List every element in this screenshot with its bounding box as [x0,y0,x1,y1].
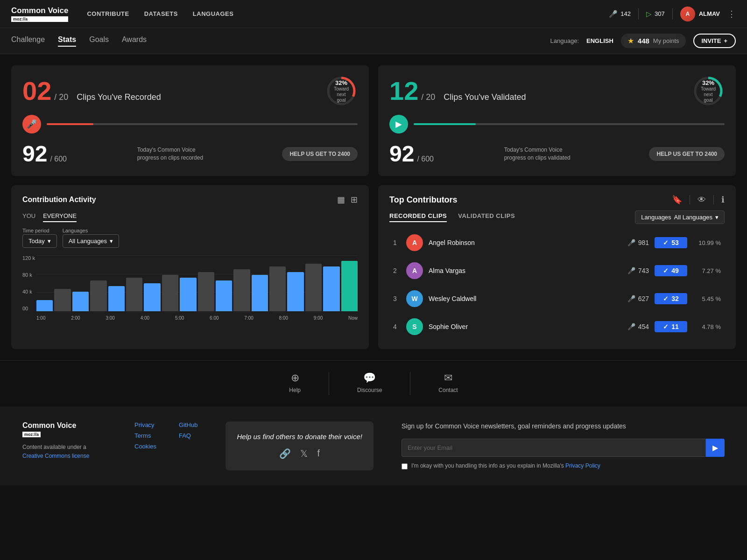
time-period-value: Today [28,238,45,245]
validated-card-bottom: 92 / 600 Today's Common Voice progress o… [389,141,725,167]
validated-card: 12 / 20 Clips You've Validated 32% Towar… [378,65,736,176]
chart-bar-0 [36,300,53,311]
sub-right: Language: ENGLISH ★ 448 My points INVITE… [550,34,736,48]
footer-github[interactable]: GitHub [179,421,197,428]
nav-languages[interactable]: LANGUAGES [193,10,234,17]
user-area[interactable]: A ALMAV [680,7,720,21]
sub-navbar: Challenge Stats Goals Awards Language: E… [0,28,747,54]
languages-filter-label: Languages [63,228,119,233]
y-label-00: 00 [22,306,35,311]
contrib-clips-3: 🎤 454 [627,323,649,330]
contrib-row-0: 1 A Angel Robinson 🎤 981 ✓ 53 10.99 % [389,230,725,256]
main-content: 02 / 20 Clips You've Recorded 32% Toward… [0,54,747,360]
contrib-validated-1: ✓ 49 [655,265,687,276]
nav-links: CONTRIBUTE DATASETS LANGUAGES [87,10,609,17]
mic-stat: 🎤 142 [609,10,631,18]
time-period-label: Time period [22,228,57,233]
y-label-120k: 120 k [22,255,35,261]
privacy-policy-link[interactable]: Privacy Policy [565,462,600,469]
email-input[interactable] [402,439,706,457]
tab-challenge[interactable]: Challenge [11,35,45,47]
languages-chevron: ▾ [110,238,113,245]
bar-chart-icon[interactable]: ▦ [337,195,345,205]
play-stat: ▷ 307 [646,10,665,18]
newsletter-input-row: ▶ [402,439,725,457]
chart-bar-8 [180,278,196,311]
contact-label: Contact [438,387,458,393]
cc-link[interactable]: Creative Commons license [22,453,89,459]
recorded-big-number: 02 [22,78,51,104]
footer-contact[interactable]: ✉ Contact [438,372,458,395]
x-3: 3:00 [106,315,114,321]
check-icon-2: ✓ [663,295,669,302]
footer-cookies[interactable]: Cookies [134,443,156,450]
contrib-tab-group: RECORDED CLIPS VALIDATED CLIPS [389,212,515,222]
mic-count: 142 [620,10,631,17]
footer-logo-title: Common Voice [22,421,76,429]
footer-help[interactable]: ⊕ Help [289,372,301,395]
recorded-bottom-numbers: 92 / 600 [22,141,67,167]
logo[interactable]: Common Voice moz://a [11,6,68,22]
link-icon[interactable]: 🔗 [279,448,291,459]
recorded-help-button[interactable]: HELP US GET TO 2400 [282,147,358,161]
toggle-you[interactable]: YOU [22,210,35,222]
nav-datasets[interactable]: DATASETS [144,10,178,17]
invite-button[interactable]: INVITE + [693,34,736,48]
contrib-clips-num-3: 454 [638,323,649,330]
bookmark-icon[interactable]: 🔖 [672,195,682,205]
facebook-icon[interactable]: f [317,448,320,459]
avatar: A [680,7,695,21]
footer-content-text: Content available under a Creative Commo… [22,443,106,461]
activity-filters: Time period Today ▾ Languages All Langua… [22,228,358,248]
contrib-name-0: Angel Robinson [429,239,622,246]
languages-group: Languages All Languages ▾ [63,228,119,248]
validated-bottom-numbers: 92 / 600 [389,141,434,167]
validated-help-button[interactable]: HELP US GET TO 2400 [649,147,725,161]
hide-icon[interactable]: 👁 [698,195,706,205]
tab-goals[interactable]: Goals [89,35,109,47]
validated-num-3: 11 [671,323,679,330]
tab-awards[interactable]: Awards [122,35,147,47]
languages-select[interactable]: All Languages ▾ [63,234,119,248]
consent-checkbox[interactable] [402,463,408,469]
chart-bar-12 [252,275,268,311]
recorded-label: Clips You've Recorded [77,92,161,102]
invite-label: INVITE [702,37,721,44]
contrib-validated-2: ✓ 32 [655,293,687,304]
contrib-lang-select[interactable]: Languages All Languages ▾ [635,210,725,224]
x-1: 1:00 [36,315,45,321]
time-period-select[interactable]: Today ▾ [22,234,57,248]
x-8: 8:00 [279,315,288,321]
info-icon[interactable]: ℹ [721,195,725,205]
footer-terms[interactable]: Terms [134,432,156,439]
recorded-card: 02 / 20 Clips You've Recorded 32% Toward… [11,65,369,176]
tab-stats[interactable]: Stats [58,35,76,47]
validated-big-number: 12 [389,78,418,104]
tab-recorded-clips[interactable]: RECORDED CLIPS [389,212,447,222]
footer-faq[interactable]: FAQ [179,432,197,439]
stat-cards-row: 02 / 20 Clips You've Recorded 32% Toward… [11,65,736,176]
footer-discourse[interactable]: 💬 Discourse [357,372,382,395]
more-icon[interactable]: ⋮ [727,9,736,19]
chart-bar-10 [216,280,232,311]
chart-bar-5 [126,278,142,311]
toggle-everyone[interactable]: EVERYONE [43,210,77,222]
footer-privacy[interactable]: Privacy [134,421,156,428]
contrib-clips-num-2: 627 [638,295,649,302]
validated-num-2: 32 [671,295,679,302]
grid-chart-icon[interactable]: ⊞ [351,195,358,205]
contrib-tabs: RECORDED CLIPS VALIDATED CLIPS Languages… [389,210,725,224]
contrib-name-1: Alma Vargas [429,267,622,274]
contrib-row-1: 2 A Alma Vargas 🎤 743 ✓ 49 7.27 % [389,258,725,284]
play-progress-icon: ▶ [389,115,408,133]
contrib-lang-chevron: ▾ [715,214,719,221]
twitter-icon[interactable]: 𝕏 [300,448,308,459]
chart-y-labels: 120 k 80 k 40 k 00 [22,255,35,311]
tab-validated-clips[interactable]: VALIDATED CLIPS [458,212,515,222]
play-count: 307 [655,10,665,17]
newsletter-submit-button[interactable]: ▶ [706,439,725,457]
nav-contribute[interactable]: CONTRIBUTE [87,10,129,17]
contrib-mic-icon-1: 🎤 [627,267,635,274]
chart-bar-6 [144,283,160,311]
discourse-icon: 💬 [363,372,376,384]
